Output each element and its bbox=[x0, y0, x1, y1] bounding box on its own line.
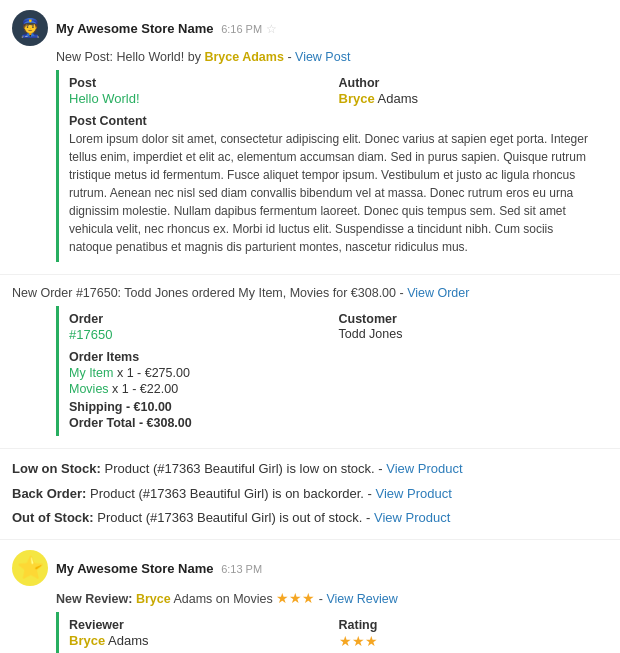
review-summary-mid: Adams on Movies bbox=[173, 592, 272, 606]
post-content-text: Lorem ipsum dolor sit amet, consectetur … bbox=[69, 130, 598, 256]
stock-notifications: Low on Stock: Product (#17363 Beautiful … bbox=[0, 449, 620, 539]
review-notification: ⭐ My Awesome Store Name 6:13 PM New Revi… bbox=[0, 539, 620, 653]
order-item-1: My Item x 1 - €275.00 bbox=[69, 366, 598, 380]
author-label: Author bbox=[339, 76, 599, 90]
back-order-link[interactable]: View Product bbox=[375, 486, 451, 501]
post-title-link[interactable]: Hello World! bbox=[69, 91, 140, 106]
notification-header: 👮 My Awesome Store Name 6:16 PM ☆ bbox=[12, 10, 608, 46]
review-detail-card: Reviewer Bryce Adams Rating ★★★ Product … bbox=[56, 612, 608, 653]
review-avatar: ⭐ bbox=[12, 550, 48, 586]
author-first: Bryce bbox=[339, 91, 375, 106]
customer-col: Customer Todd Jones bbox=[339, 312, 599, 342]
post-col: Post Hello World! bbox=[69, 76, 329, 106]
notif-meta: My Awesome Store Name 6:16 PM ☆ bbox=[56, 21, 608, 36]
order-detail-card: Order #17650 Customer Todd Jones Order I… bbox=[56, 306, 608, 436]
review-notification-header: ⭐ My Awesome Store Name 6:13 PM bbox=[12, 550, 608, 586]
rating-label: Rating bbox=[339, 618, 599, 632]
back-order-label: Back Order: bbox=[12, 486, 86, 501]
reviewer-first: Bryce bbox=[69, 633, 105, 648]
author-col: Author Bryce Adams bbox=[339, 76, 599, 106]
view-order-link[interactable]: View Order bbox=[407, 286, 469, 300]
item1-qty: x 1 - €275.00 bbox=[117, 366, 190, 380]
back-order-text: Product (#17363 Beautiful Girl) is on ba… bbox=[90, 486, 375, 501]
shipping-line: Shipping - €10.00 bbox=[69, 400, 598, 414]
author-last: Adams bbox=[378, 91, 418, 106]
notif-summary: New Post: Hello World! by Bryce Adams - … bbox=[56, 50, 608, 64]
item2-link[interactable]: Movies bbox=[69, 382, 109, 396]
customer-name: Todd Jones bbox=[339, 327, 599, 341]
back-order-line: Back Order: Product (#17363 Beautiful Gi… bbox=[12, 482, 608, 507]
reviewer-value: Bryce Adams bbox=[69, 633, 329, 648]
review-inline-stars: ★★★ bbox=[276, 590, 315, 606]
author-name-highlight: Bryce Adams bbox=[204, 50, 283, 64]
low-stock-text: Product (#17363 Beautiful Girl) is low o… bbox=[104, 461, 386, 476]
out-of-stock-line: Out of Stock: Product (#17363 Beautiful … bbox=[12, 506, 608, 531]
item2-qty: x 1 - €22.00 bbox=[112, 382, 178, 396]
order-summary-text: New Order #17650: Todd Jones ordered My … bbox=[12, 286, 407, 300]
reviewer-last: Adams bbox=[108, 633, 148, 648]
item1-link[interactable]: My Item bbox=[69, 366, 113, 380]
out-of-stock-label: Out of Stock: bbox=[12, 510, 94, 525]
order-number-link[interactable]: #17650 bbox=[69, 327, 112, 342]
review-notif-meta: My Awesome Store Name 6:13 PM bbox=[56, 561, 608, 576]
out-of-stock-link[interactable]: View Product bbox=[374, 510, 450, 525]
total-line: Order Total - €308.00 bbox=[69, 416, 598, 430]
post-detail-card: Post Hello World! Author Bryce Adams Pos… bbox=[56, 70, 608, 262]
summary-dash: - bbox=[287, 50, 295, 64]
order-summary: New Order #17650: Todd Jones ordered My … bbox=[12, 286, 608, 300]
low-stock-label: Low on Stock: bbox=[12, 461, 101, 476]
rating-stars: ★★★ bbox=[339, 633, 599, 649]
review-summary: New Review: Bryce Adams on Movies ★★★ - … bbox=[56, 590, 608, 606]
review-summary-prefix: New Review: bbox=[56, 592, 132, 606]
view-review-link[interactable]: View Review bbox=[326, 592, 397, 606]
view-post-link[interactable]: View Post bbox=[295, 50, 350, 64]
order-item-2: Movies x 1 - €22.00 bbox=[69, 382, 598, 396]
order-items-label: Order Items bbox=[69, 350, 598, 364]
out-of-stock-text: Product (#17363 Beautiful Girl) is out o… bbox=[97, 510, 374, 525]
review-time: 6:13 PM bbox=[221, 563, 262, 575]
order-label: Order bbox=[69, 312, 329, 326]
notif-time: 6:16 PM bbox=[221, 23, 262, 35]
post-detail-grid: Post Hello World! Author Bryce Adams bbox=[69, 76, 598, 106]
low-stock-line: Low on Stock: Product (#17363 Beautiful … bbox=[12, 457, 608, 482]
store-name: My Awesome Store Name bbox=[56, 21, 214, 36]
review-detail-grid: Reviewer Bryce Adams Rating ★★★ bbox=[69, 618, 598, 649]
low-stock-link[interactable]: View Product bbox=[386, 461, 462, 476]
post-notification: 👮 My Awesome Store Name 6:16 PM ☆ New Po… bbox=[0, 0, 620, 275]
review-store-name: My Awesome Store Name bbox=[56, 561, 214, 576]
post-content-label: Post Content bbox=[69, 114, 598, 128]
author-value: Bryce Adams bbox=[339, 91, 599, 106]
summary-text: New Post: Hello World! by bbox=[56, 50, 201, 64]
avatar: 👮 bbox=[12, 10, 48, 46]
customer-label: Customer bbox=[339, 312, 599, 326]
star-icon: ☆ bbox=[266, 22, 277, 36]
order-detail-grid: Order #17650 Customer Todd Jones bbox=[69, 312, 598, 342]
reviewer-label: Reviewer bbox=[69, 618, 329, 632]
reviewer-name-highlight: Bryce bbox=[136, 592, 171, 606]
post-label: Post bbox=[69, 76, 329, 90]
order-notification: New Order #17650: Todd Jones ordered My … bbox=[0, 275, 620, 449]
order-col: Order #17650 bbox=[69, 312, 329, 342]
reviewer-col: Reviewer Bryce Adams bbox=[69, 618, 329, 649]
rating-col: Rating ★★★ bbox=[339, 618, 599, 649]
